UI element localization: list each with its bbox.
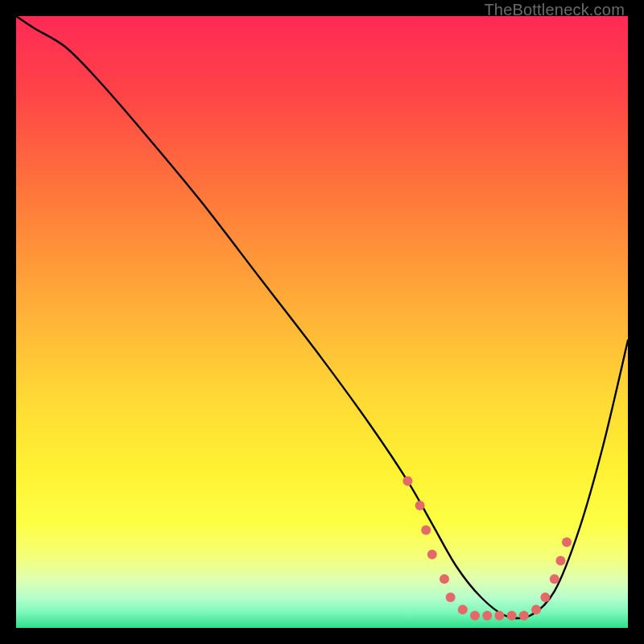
highlight-dot [494,611,504,621]
highlight-dot [421,525,431,535]
chart-svg [16,16,628,628]
highlight-dot [402,477,412,486]
highlight-dot [531,605,541,614]
chart-plot-area [16,16,628,628]
highlight-dot [458,605,468,614]
highlight-dot [519,611,529,621]
watermark-text: TheBottleneck.com [484,1,625,19]
highlight-dot [440,574,449,584]
highlight-dot [540,592,550,602]
highlight-dot [427,550,437,559]
highlight-dot [446,592,456,602]
highlight-dot [550,574,559,584]
highlight-dot [415,501,425,510]
highlight-dot [562,538,572,547]
highlight-dot [507,611,517,621]
highlight-dot [555,555,565,565]
highlight-dot [482,611,492,621]
highlight-dot [470,611,480,621]
gradient-background [16,16,628,628]
